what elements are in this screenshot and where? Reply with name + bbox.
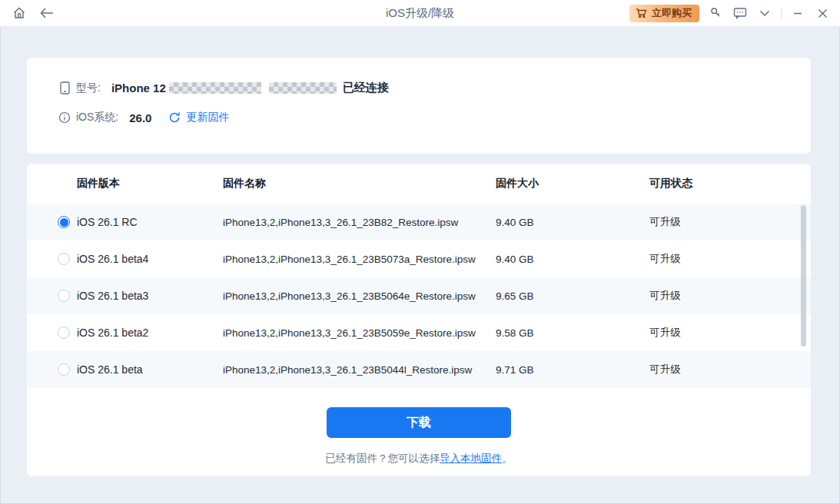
titlebar-divider <box>781 8 782 18</box>
home-icon[interactable] <box>11 5 28 22</box>
firmware-card: 固件版本 固件名称 固件大小 可用状态 iOS 26.1 RC iPhone13… <box>27 164 811 476</box>
chevron-down-icon[interactable] <box>756 5 773 22</box>
firmware-table-body: iOS 26.1 RC iPhone13,2,iPhone13,3_26.1_2… <box>27 204 811 388</box>
model-name: iPhone 12 <box>111 81 166 94</box>
hint-end: 。 <box>502 453 513 464</box>
update-firmware-label: 更新固件 <box>186 111 229 124</box>
firmware-row[interactable]: iOS 26.1 beta4 iPhone13,2,iPhone13,3_26.… <box>27 240 811 277</box>
firmware-radio[interactable] <box>58 363 70 376</box>
refresh-icon <box>168 111 181 124</box>
firmware-name: iPhone13,2,iPhone13,3_26.1_23B5044l_Rest… <box>223 364 496 376</box>
firmware-row[interactable]: iOS 26.1 RC iPhone13,2,iPhone13,3_26.1_2… <box>27 204 811 240</box>
firmware-size: 9.40 GB <box>496 217 649 228</box>
header-firmware-name: 固件名称 <box>223 177 496 191</box>
firmware-version: iOS 26.1 beta3 <box>77 290 223 302</box>
ios-version-value: 26.0 <box>129 111 151 124</box>
firmware-version: iOS 26.1 beta <box>77 363 223 376</box>
firmware-name: iPhone13,2,iPhone13,3_26.1_23B5073a_Rest… <box>223 254 496 265</box>
download-button[interactable]: 下载 <box>327 407 511 438</box>
info-icon <box>58 111 71 124</box>
register-key-icon[interactable] <box>707 5 724 22</box>
connect-status: 已经连接 <box>343 81 389 95</box>
firmware-name: iPhone13,2,iPhone13,3_26.1_23B5059e_Rest… <box>223 327 496 339</box>
feedback-icon[interactable] <box>732 5 749 22</box>
firmware-table-header: 固件版本 固件名称 固件大小 可用状态 <box>27 164 811 204</box>
close-icon[interactable] <box>814 5 831 22</box>
firmware-size: 9.65 GB <box>496 290 649 302</box>
firmware-name: iPhone13,2,iPhone13,3_26.1_23B5064e_Rest… <box>223 290 496 302</box>
device-ios-row: iOS系统: 26.0 更新固件 <box>58 111 780 124</box>
firmware-size: 9.40 GB <box>496 254 649 265</box>
device-info-card: 型号: iPhone 12 已经连接 iOS系统: 26.0 更新固件 <box>27 58 811 154</box>
hint-text: 已经有固件？您可以选择 <box>326 453 440 464</box>
titlebar: iOS升级/降级 立即购买 <box>0 0 840 27</box>
minimize-icon[interactable] <box>789 5 806 22</box>
device-model-row: 型号: iPhone 12 已经连接 <box>58 81 780 95</box>
local-firmware-hint: 已经有固件？您可以选择导入本地固件。 <box>27 452 811 466</box>
phone-icon <box>58 81 71 94</box>
firmware-radio[interactable] <box>58 327 70 339</box>
firmware-row[interactable]: iOS 26.1 beta3 iPhone13,2,iPhone13,3_26.… <box>27 277 811 314</box>
firmware-status: 可升级 <box>649 326 811 340</box>
firmware-name: iPhone13,2,iPhone13,3_26.1_23B82_Restore… <box>223 217 496 228</box>
firmware-size: 9.71 GB <box>496 364 649 376</box>
header-firmware-size: 固件大小 <box>496 177 649 191</box>
model-label: 型号: <box>76 81 101 95</box>
redacted-serial-block <box>169 82 261 94</box>
buy-now-button[interactable]: 立即购买 <box>629 5 699 22</box>
header-availability: 可用状态 <box>649 177 811 191</box>
firmware-version: iOS 26.1 beta4 <box>77 253 223 265</box>
update-firmware-link[interactable]: 更新固件 <box>168 111 229 124</box>
firmware-version: iOS 26.1 RC <box>77 216 223 228</box>
firmware-radio[interactable] <box>58 290 70 302</box>
ios-system-label: iOS系统: <box>76 111 118 124</box>
firmware-row[interactable]: iOS 26.1 beta iPhone13,2,iPhone13,3_26.1… <box>27 351 811 388</box>
firmware-status: 可升级 <box>649 363 811 376</box>
import-local-firmware-link[interactable]: 导入本地固件 <box>440 453 502 464</box>
firmware-radio[interactable] <box>58 216 70 228</box>
firmware-status: 可升级 <box>649 252 811 266</box>
header-firmware-version: 固件版本 <box>77 177 223 191</box>
back-arrow-icon[interactable] <box>38 5 55 22</box>
redacted-serial-block <box>269 82 337 94</box>
firmware-radio[interactable] <box>58 253 70 265</box>
firmware-row[interactable]: iOS 26.1 beta2 iPhone13,2,iPhone13,3_26.… <box>27 314 811 351</box>
buy-now-label: 立即购买 <box>652 6 692 20</box>
firmware-status: 可升级 <box>649 215 811 229</box>
table-scrollbar-thumb[interactable] <box>801 205 806 346</box>
firmware-size: 9.58 GB <box>496 327 649 339</box>
firmware-status: 可升级 <box>649 289 811 303</box>
cart-icon <box>636 8 647 18</box>
firmware-version: iOS 26.1 beta2 <box>77 327 223 339</box>
